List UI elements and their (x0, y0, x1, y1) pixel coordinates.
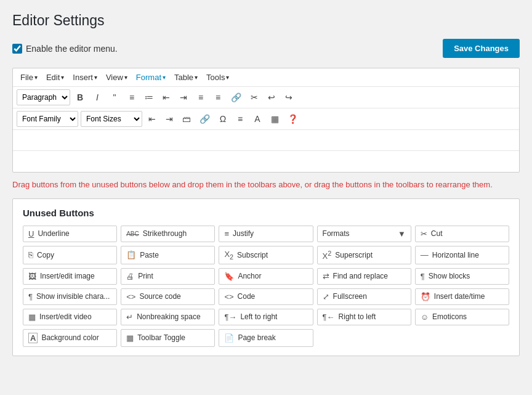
indent-button[interactable]: ⇥ (176, 90, 191, 105)
subscript-label: Subscript (237, 251, 268, 259)
header-row: Enable the editor menu. Save Changes (12, 39, 520, 58)
unused-nonbreaking-space[interactable]: ↵ Nonbreaking space (121, 309, 215, 325)
unused-copy[interactable]: ⎘ Copy (23, 246, 117, 264)
unused-justify[interactable]: ≡ Justify (219, 226, 313, 242)
show-invisible-icon: ¶ (28, 292, 33, 301)
table-button[interactable]: ▦ (267, 112, 282, 126)
bold-button[interactable]: B (73, 90, 87, 105)
align-left-button[interactable]: ≡ (193, 90, 208, 105)
insert-image-label: Insert/edit image (40, 272, 95, 280)
unused-insert-video[interactable]: ▦ Insert/edit video (23, 309, 117, 325)
insert-image-icon: 🖼 (28, 272, 36, 281)
unused-superscript[interactable]: X2 Superscript (317, 246, 411, 264)
unused-emoticons[interactable]: ☺ Emoticons (415, 309, 509, 325)
font-sizes-select[interactable]: Font Sizes (81, 111, 142, 127)
enable-editor-checkbox[interactable] (12, 44, 22, 54)
emoticons-label: Emoticons (432, 312, 467, 321)
save-changes-button[interactable]: Save Changes (443, 39, 520, 58)
unused-show-invisible[interactable]: ¶ Show invisible chara... (23, 288, 117, 305)
italic-button[interactable]: I (90, 90, 105, 105)
paragraph-select[interactable]: Paragraph (17, 89, 70, 105)
insert-video-label: Insert/edit video (39, 312, 92, 321)
font-color-button[interactable]: A (250, 112, 265, 126)
help-button[interactable]: ❓ (284, 112, 301, 126)
unlink-button[interactable]: ✂ (247, 90, 262, 105)
nonbreaking-space-icon: ↵ (126, 312, 133, 322)
fullscreen-icon: ⤢ (323, 292, 329, 301)
unused-cut[interactable]: ✂ Cut (415, 226, 509, 242)
unused-show-blocks[interactable]: ¶ Show blocks (415, 268, 509, 285)
nonbreaking-space-label: Nonbreaking space (137, 312, 200, 321)
menu-edit[interactable]: Edit ▾ (42, 71, 68, 84)
background-color-label: Background color (41, 333, 99, 342)
indent-increase-button[interactable]: ⇥ (162, 112, 177, 126)
fullscreen-label: Fullscreen (333, 292, 367, 301)
rtl-icon: ¶← (323, 312, 335, 322)
unused-strikethrough[interactable]: ABC Strikethrough (121, 226, 215, 242)
enable-editor-label[interactable]: Enable the editor menu. (12, 44, 118, 54)
menu-view[interactable]: View ▾ (102, 71, 131, 84)
blockquote-button[interactable]: " (107, 90, 122, 105)
code-label: Code (238, 292, 256, 301)
unused-horizontal-line[interactable]: — Horizontal line (415, 246, 509, 264)
empty-toolbar-row-4 (13, 151, 519, 172)
undo-button[interactable]: ↩ (264, 90, 279, 105)
strikethrough-icon: ABC (126, 230, 139, 237)
unordered-list-button[interactable]: ≡ (124, 90, 139, 105)
cut-label: Cut (431, 229, 443, 238)
paste-label: Paste (140, 251, 159, 259)
unused-insert-edit-image[interactable]: 🖼 Insert/edit image (23, 268, 117, 285)
unused-fullscreen[interactable]: ⤢ Fullscreen (317, 288, 411, 305)
print-icon: 🖨 (126, 272, 134, 281)
redo-button[interactable]: ↪ (281, 90, 296, 105)
horizontal-line-icon: — (421, 250, 429, 259)
unused-toolbar-toggle[interactable]: ▦ Toolbar Toggle (121, 329, 215, 347)
menu-insert[interactable]: Insert ▾ (69, 71, 101, 84)
menu-table[interactable]: Table ▾ (171, 71, 201, 84)
indent-decrease-button[interactable]: ⇤ (145, 112, 159, 126)
subscript-icon: X2 (224, 250, 233, 261)
unused-code[interactable]: <> Code (219, 288, 313, 305)
toolbar-row-2: Font Family Font Sizes ⇤ ⇥ 🗃 🔗 Ω ≡ A ▦ ❓ (13, 108, 519, 130)
menu-format[interactable]: Format ▾ (132, 71, 169, 84)
empty-toolbar-row-3 (13, 130, 519, 151)
code-icon: <> (224, 292, 233, 301)
background-color-icon: A (28, 333, 38, 343)
wp-more-button[interactable]: 🗃 (179, 112, 194, 126)
outdent-button[interactable]: ⇤ (159, 90, 174, 105)
format-arrow: ▾ (163, 74, 166, 81)
justify-label: Justify (233, 229, 254, 238)
view-arrow: ▾ (124, 74, 127, 81)
insert-link-button[interactable]: 🔗 (196, 112, 213, 126)
drag-hint-text: Drag buttons from the unused buttons bel… (12, 179, 520, 191)
unused-buttons-grid: U Underline ABC Strikethrough ≡ Justify … (23, 226, 509, 347)
unused-source-code[interactable]: <> Source code (121, 288, 215, 305)
unused-subscript[interactable]: X2 Subscript (219, 246, 313, 264)
omega-button[interactable]: Ω (216, 112, 230, 126)
page-break-icon: 📄 (224, 333, 234, 343)
unused-underline[interactable]: U Underline (23, 226, 117, 242)
unused-formats[interactable]: Formats ▼ (317, 226, 411, 242)
unused-background-color[interactable]: A Background color (23, 329, 117, 347)
unused-paste[interactable]: 📋 Paste (121, 246, 215, 264)
edit-arrow: ▾ (61, 74, 64, 81)
insert-arrow: ▾ (94, 74, 97, 81)
unused-print[interactable]: 🖨 Print (121, 268, 215, 285)
rtl-label: Right to left (339, 312, 376, 321)
unused-left-to-right[interactable]: ¶→ Left to right (219, 309, 313, 325)
menu-file[interactable]: File ▾ (17, 71, 41, 84)
font-family-select[interactable]: Font Family (17, 111, 78, 127)
unused-page-break[interactable]: 📄 Page break (219, 329, 313, 347)
ordered-list-button[interactable]: ≔ (142, 90, 156, 105)
unused-anchor[interactable]: 🔖 Anchor (219, 268, 313, 285)
unused-insert-date[interactable]: ⏰ Insert date/time (415, 288, 509, 305)
unused-find-replace[interactable]: ⇄ Find and replace (317, 268, 411, 285)
cut-icon: ✂ (421, 229, 427, 238)
menu-toolbar-row: File ▾ Edit ▾ Insert ▾ View ▾ Format ▾ T… (13, 68, 519, 87)
unused-right-to-left[interactable]: ¶← Right to left (317, 309, 411, 325)
unused-buttons-title: Unused Buttons (23, 208, 509, 218)
align-center-button[interactable]: ≡ (211, 90, 225, 105)
horizontal-rule-button[interactable]: ≡ (233, 112, 248, 126)
link-button[interactable]: 🔗 (228, 90, 244, 105)
menu-tools[interactable]: Tools ▾ (203, 71, 233, 84)
